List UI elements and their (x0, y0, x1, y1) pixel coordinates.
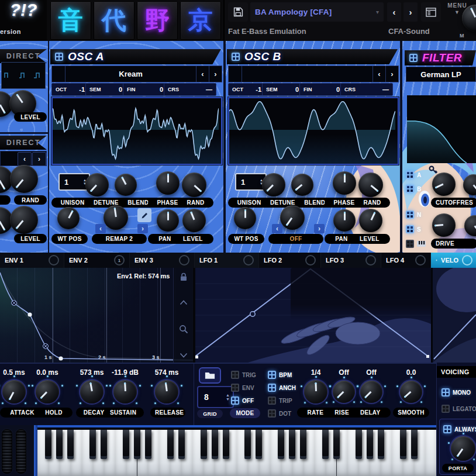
save-button[interactable] (228, 2, 248, 22)
mod-drag-ring[interactable] (462, 255, 472, 265)
black-key[interactable] (67, 430, 74, 459)
black-key[interactable] (134, 430, 140, 459)
osc-b-level-knob[interactable] (359, 209, 382, 232)
osc-a-level-knob[interactable] (182, 209, 206, 232)
mode-trig-checkbox[interactable]: TRIG (231, 371, 256, 379)
black-key[interactable] (378, 430, 384, 459)
velocity-editor[interactable] (195, 268, 431, 363)
lang-tab-2[interactable]: 代 (94, 1, 134, 40)
tab-env1[interactable]: ENV 1 (0, 253, 64, 268)
filter-route-b-checkbox[interactable]: B (406, 185, 421, 193)
filter-cutoff-knob[interactable] (432, 173, 456, 196)
filter-power-checkbox[interactable] (409, 54, 418, 62)
osc-a-phase-knob[interactable] (156, 171, 180, 195)
noise-prev-button[interactable]: ‹ (18, 152, 32, 166)
decay-knob[interactable] (80, 380, 104, 403)
black-key[interactable] (411, 430, 418, 459)
black-key[interactable] (333, 430, 340, 459)
mod-drag-ring[interactable] (415, 255, 426, 265)
osc-a-crs[interactable]: CRS— (164, 83, 216, 96)
sync-trip-checkbox[interactable]: TRIP (268, 396, 292, 405)
black-key[interactable] (167, 430, 174, 459)
mod-drag-ring[interactable]: 1 (114, 255, 125, 265)
black-key[interactable] (278, 430, 284, 459)
filter-response-display[interactable] (407, 95, 476, 163)
tab-lfo3[interactable]: LFO 3 (321, 253, 381, 268)
black-key[interactable] (123, 430, 129, 459)
filter-route-s-checkbox[interactable]: S (406, 225, 421, 233)
tab-lfo4[interactable]: LFO 4 (381, 253, 431, 268)
osc-a-oct[interactable]: OCT-1 (51, 83, 89, 96)
lfo-browser-button[interactable] (199, 367, 221, 384)
wavetable-next-button[interactable]: › (209, 66, 222, 82)
white-key[interactable] (425, 430, 437, 476)
noise-level-knob[interactable] (10, 206, 38, 234)
lock-icon[interactable] (180, 273, 188, 281)
remap-prev-button[interactable]: ‹ (95, 224, 106, 233)
remap-prev-button[interactable]: ‹ (272, 224, 282, 233)
smooth-knob[interactable] (400, 381, 422, 403)
osc-a-sem[interactable]: SEM0 (85, 83, 126, 96)
wavetable-prev-button[interactable]: ‹ (372, 66, 385, 82)
filter-keytrack-checkbox[interactable] (406, 240, 426, 248)
osc-a-blend-knob[interactable] (115, 174, 137, 196)
osc-b-detune-knob[interactable] (262, 173, 285, 196)
black-key[interactable] (212, 430, 218, 459)
pitch-wheel[interactable] (2, 429, 12, 474)
black-key[interactable] (201, 430, 207, 459)
mod-display-strip[interactable] (433, 268, 476, 363)
osc-b-fin[interactable]: FIN0 (299, 83, 344, 96)
legato-checkbox[interactable]: LEGATO (441, 405, 476, 413)
sync-dot-checkbox[interactable]: DOT (268, 409, 291, 418)
black-key[interactable] (45, 430, 51, 459)
tab-lfo2[interactable]: LFO 2 (259, 253, 321, 268)
black-key[interactable] (178, 430, 185, 459)
tab-env3[interactable]: ENV 3 (130, 253, 195, 268)
osc-a-wavetable-name[interactable]: Kream (65, 70, 196, 78)
mod-drag-ring[interactable] (49, 255, 59, 265)
sample-thumb-display[interactable] (1, 62, 46, 89)
rate-knob[interactable] (304, 380, 327, 403)
osc-a-detune-knob[interactable] (85, 173, 109, 196)
osc-b-wtpos-knob[interactable] (234, 207, 256, 229)
osc-a-power-checkbox[interactable] (55, 53, 63, 61)
lang-tab-1[interactable]: 音 (50, 1, 91, 40)
lang-tab-4[interactable]: 京 (180, 1, 221, 40)
mod-drag-ring[interactable] (179, 255, 189, 265)
chevron-down-icon[interactable] (180, 353, 188, 358)
rise-knob[interactable] (333, 381, 355, 403)
preset-next-button[interactable]: › (403, 2, 418, 22)
preset-prev-button[interactable]: ‹ (387, 2, 401, 22)
mod-drag-ring[interactable] (305, 255, 316, 265)
osc-b-power-checkbox[interactable] (232, 53, 240, 61)
piano-keyboard[interactable] (37, 425, 436, 476)
black-key[interactable] (256, 430, 262, 459)
filter-route-a-checkbox[interactable]: A (406, 171, 421, 179)
mod-drag-ring[interactable] (365, 255, 376, 265)
remap-next-button[interactable]: › (137, 224, 148, 233)
black-key[interactable] (101, 430, 107, 459)
mode-env-checkbox[interactable]: ENV (231, 384, 254, 392)
black-key[interactable] (356, 430, 362, 459)
black-key[interactable] (289, 430, 295, 459)
black-key[interactable] (145, 430, 151, 459)
mode-off-checkbox[interactable]: OFF (231, 396, 254, 405)
osc-b-oct[interactable]: OCT-1 (228, 83, 265, 96)
osc-b-phase-knob[interactable] (333, 171, 356, 195)
wavetable-edit-button[interactable] (137, 208, 151, 222)
delay-knob[interactable] (360, 381, 382, 403)
noise-next-button[interactable]: › (32, 152, 46, 166)
tab-lfo1[interactable]: LFO 1 (195, 253, 259, 268)
mono-checkbox[interactable]: MONO (441, 388, 471, 396)
black-key[interactable] (223, 430, 229, 459)
sustain-knob[interactable] (113, 380, 137, 403)
wavetable-prev-button[interactable]: ‹ (196, 66, 209, 82)
mod-drag-ring[interactable] (243, 255, 254, 265)
hold-knob[interactable] (36, 380, 59, 403)
magnifier-icon[interactable] (179, 325, 188, 334)
spinner-arrows-icon[interactable]: ▲▼ (226, 393, 230, 401)
sync-bpm-checkbox[interactable]: BPM (268, 371, 292, 379)
filter-type-selector[interactable]: German LP (406, 67, 476, 82)
chevron-up-icon[interactable] (180, 300, 188, 305)
black-key[interactable] (89, 430, 96, 459)
